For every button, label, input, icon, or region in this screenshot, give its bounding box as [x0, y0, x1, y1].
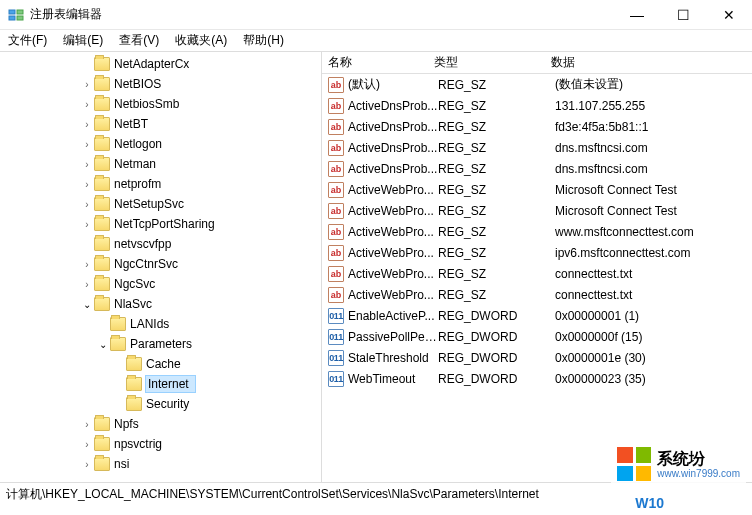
header-data[interactable]: 数据 — [551, 54, 752, 71]
menu-edit[interactable]: 编辑(E) — [59, 30, 107, 51]
tree-panel[interactable]: NetAdapterCx›NetBIOS›NetbiosSmb›NetBT›Ne… — [0, 52, 322, 482]
chevron-right-icon[interactable]: › — [80, 459, 94, 470]
chevron-right-icon[interactable]: › — [80, 279, 94, 290]
chevron-down-icon[interactable]: ⌄ — [80, 299, 94, 310]
value-data: 131.107.255.255 — [555, 99, 752, 113]
value-row[interactable]: abActiveDnsProb...REG_SZ131.107.255.255 — [322, 95, 752, 116]
value-type: REG_SZ — [438, 267, 555, 281]
tree-item[interactable]: ›NgcCtnrSvc — [0, 254, 321, 274]
menu-help[interactable]: 帮助(H) — [239, 30, 288, 51]
value-name: ActiveWebPro... — [348, 288, 438, 302]
value-row[interactable]: 011WebTimeoutREG_DWORD0x00000023 (35) — [322, 368, 752, 389]
chevron-right-icon[interactable]: › — [80, 219, 94, 230]
dword-value-icon: 011 — [328, 329, 344, 345]
chevron-right-icon[interactable]: › — [80, 139, 94, 150]
folder-icon — [126, 377, 142, 391]
tree-item[interactable]: ›Netlogon — [0, 134, 321, 154]
microsoft-logo-icon — [617, 447, 651, 481]
string-value-icon: ab — [328, 161, 344, 177]
value-type: REG_DWORD — [438, 372, 555, 386]
value-row[interactable]: abActiveDnsProb...REG_SZdns.msftncsi.com — [322, 158, 752, 179]
value-row[interactable]: abActiveWebPro...REG_SZconnecttest.txt — [322, 284, 752, 305]
value-row[interactable]: ab(默认)REG_SZ(数值未设置) — [322, 74, 752, 95]
tree-item[interactable]: ›netprofm — [0, 174, 321, 194]
tree-item[interactable]: ›NetbiosSmb — [0, 94, 321, 114]
chevron-right-icon[interactable]: › — [80, 119, 94, 130]
value-type: REG_SZ — [438, 78, 555, 92]
menu-file[interactable]: 文件(F) — [4, 30, 51, 51]
value-type: REG_SZ — [438, 141, 555, 155]
folder-icon — [110, 317, 126, 331]
chevron-right-icon[interactable]: › — [80, 419, 94, 430]
value-data: 0x00000001 (1) — [555, 309, 752, 323]
value-row[interactable]: abActiveWebPro...REG_SZipv6.msftconnectt… — [322, 242, 752, 263]
chevron-right-icon[interactable]: › — [80, 159, 94, 170]
status-path: 计算机\HKEY_LOCAL_MACHINE\SYSTEM\CurrentCon… — [6, 487, 539, 501]
tree-item[interactable]: Cache — [0, 354, 321, 374]
tree-item[interactable]: ›npsvctrig — [0, 434, 321, 454]
value-name: WebTimeout — [348, 372, 438, 386]
chevron-down-icon[interactable]: ⌄ — [96, 339, 110, 350]
tree-item-label: npsvctrig — [114, 437, 162, 451]
chevron-right-icon[interactable]: › — [80, 79, 94, 90]
tree-item[interactable]: ›NetBT — [0, 114, 321, 134]
values-list: ab(默认)REG_SZ(数值未设置)abActiveDnsProb...REG… — [322, 74, 752, 389]
dword-value-icon: 011 — [328, 308, 344, 324]
value-type: REG_SZ — [438, 162, 555, 176]
dword-value-icon: 011 — [328, 371, 344, 387]
close-button[interactable]: ✕ — [706, 0, 752, 29]
value-data: connecttest.txt — [555, 267, 752, 281]
folder-icon — [94, 117, 110, 131]
header-type[interactable]: 类型 — [434, 54, 551, 71]
tree-item[interactable]: ›NetSetupSvc — [0, 194, 321, 214]
value-row[interactable]: abActiveDnsProb...REG_SZfd3e:4f5a:5b81::… — [322, 116, 752, 137]
tree-item[interactable]: ›Npfs — [0, 414, 321, 434]
header-name[interactable]: 名称 — [322, 54, 434, 71]
folder-icon — [126, 397, 142, 411]
value-row[interactable]: abActiveWebPro...REG_SZconnecttest.txt — [322, 263, 752, 284]
menu-view[interactable]: 查看(V) — [115, 30, 163, 51]
tree-item[interactable]: ›NetTcpPortSharing — [0, 214, 321, 234]
chevron-right-icon[interactable]: › — [80, 179, 94, 190]
tree-item[interactable]: Security — [0, 394, 321, 414]
value-row[interactable]: 011StaleThresholdREG_DWORD0x0000001e (30… — [322, 347, 752, 368]
tree-item-label: netprofm — [114, 177, 161, 191]
tree-item-label: Netman — [114, 157, 156, 171]
tree-item[interactable]: ⌄NlaSvc — [0, 294, 321, 314]
chevron-right-icon[interactable]: › — [80, 199, 94, 210]
value-type: REG_SZ — [438, 204, 555, 218]
tree-item[interactable]: ›NetBIOS — [0, 74, 321, 94]
chevron-right-icon[interactable]: › — [80, 99, 94, 110]
dword-value-icon: 011 — [328, 350, 344, 366]
tree-item[interactable]: Internet — [0, 374, 321, 394]
value-type: REG_SZ — [438, 288, 555, 302]
tree-item[interactable]: ⌄Parameters — [0, 334, 321, 354]
value-row[interactable]: 011EnableActiveP...REG_DWORD0x00000001 (… — [322, 305, 752, 326]
chevron-right-icon[interactable]: › — [80, 439, 94, 450]
tree-item[interactable]: ›nsi — [0, 454, 321, 474]
menu-favorites[interactable]: 收藏夹(A) — [171, 30, 231, 51]
value-row[interactable]: abActiveDnsProb...REG_SZdns.msftncsi.com — [322, 137, 752, 158]
value-row[interactable]: 011PassivePollPeri...REG_DWORD0x0000000f… — [322, 326, 752, 347]
svg-rect-3 — [17, 16, 23, 20]
tree-item[interactable]: LANIds — [0, 314, 321, 334]
svg-rect-1 — [9, 16, 15, 20]
value-row[interactable]: abActiveWebPro...REG_SZMicrosoft Connect… — [322, 200, 752, 221]
tree-item-label: LANIds — [130, 317, 169, 331]
tree-item-label: NetSetupSvc — [114, 197, 184, 211]
maximize-button[interactable]: ☐ — [660, 0, 706, 29]
tree-item[interactable]: netvscvfpp — [0, 234, 321, 254]
value-row[interactable]: abActiveWebPro...REG_SZwww.msftconnectte… — [322, 221, 752, 242]
tree-item-label: nsi — [114, 457, 129, 471]
folder-icon — [94, 57, 110, 71]
string-value-icon: ab — [328, 203, 344, 219]
tree-item[interactable]: ›Netman — [0, 154, 321, 174]
chevron-right-icon[interactable]: › — [80, 259, 94, 270]
tree-item[interactable]: NetAdapterCx — [0, 54, 321, 74]
values-panel[interactable]: 名称 类型 数据 ab(默认)REG_SZ(数值未设置)abActiveDnsP… — [322, 52, 752, 482]
tree-item[interactable]: ›NgcSvc — [0, 274, 321, 294]
folder-icon — [94, 417, 110, 431]
minimize-button[interactable]: — — [614, 0, 660, 29]
value-row[interactable]: abActiveWebPro...REG_SZMicrosoft Connect… — [322, 179, 752, 200]
tree-item-label: Parameters — [130, 337, 192, 351]
